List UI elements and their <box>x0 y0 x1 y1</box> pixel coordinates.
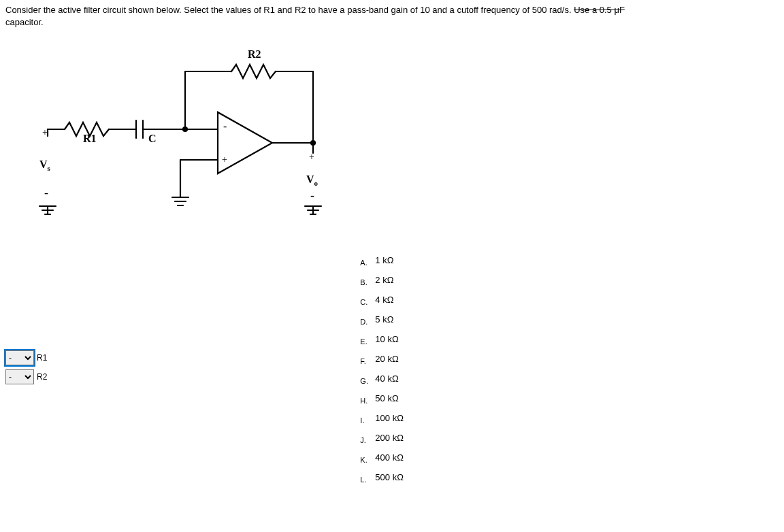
label-c: C <box>148 133 157 145</box>
dropdown-r1-row: - R1 <box>5 350 47 365</box>
label-vo: Vo <box>306 173 318 187</box>
dropdown-r2-label: R2 <box>37 372 47 382</box>
option-b: B.2 kΩ <box>360 275 404 285</box>
option-e: E.10 kΩ <box>360 334 404 344</box>
question-strike: Use a 0.5 μF <box>574 5 625 15</box>
label-vo-plus: + <box>309 152 314 163</box>
option-h: H.50 kΩ <box>360 393 404 403</box>
option-f: F.20 kΩ <box>360 354 404 364</box>
option-j: J.200 kΩ <box>360 433 404 443</box>
option-l: L.500 kΩ <box>360 472 404 482</box>
options-list: A.1 kΩ B.2 kΩ C.4 kΩ D.5 kΩ E.10 kΩ F.20… <box>360 255 404 492</box>
circuit-diagram: R2 R1 C + Vs - + Vo - - + <box>27 37 381 242</box>
dropdown-r2-row: - R2 <box>5 369 47 384</box>
question-text: Consider the active filter circuit shown… <box>0 0 784 31</box>
option-a: A.1 kΩ <box>360 255 404 265</box>
dropdown-r2[interactable]: - <box>5 369 34 384</box>
label-r1: R1 <box>83 133 97 145</box>
question-part2: capacitor. <box>5 17 44 27</box>
label-opamp-plus: + <box>222 154 227 165</box>
option-i: I.100 kΩ <box>360 413 404 423</box>
answers-section: - R1 - R2 A.1 kΩ B.2 kΩ C.4 kΩ D.5 kΩ E.… <box>0 255 784 492</box>
question-part1: Consider the active filter circuit shown… <box>5 5 574 15</box>
dropdown-r1[interactable]: - <box>5 350 34 365</box>
option-k: K.400 kΩ <box>360 452 404 463</box>
label-r2: R2 <box>248 48 261 61</box>
label-vs-minus: - <box>44 186 48 200</box>
label-opamp-minus: - <box>223 120 227 133</box>
label-vs-plus: + <box>42 127 48 138</box>
answer-dropdowns: - R1 - R2 <box>5 350 47 388</box>
option-g: G.40 kΩ <box>360 373 404 384</box>
dropdown-r1-label: R1 <box>37 353 47 363</box>
option-c: C.4 kΩ <box>360 295 404 305</box>
label-vs: Vs <box>39 159 50 172</box>
option-d: D.5 kΩ <box>360 314 404 325</box>
label-vo-minus: - <box>310 188 314 203</box>
